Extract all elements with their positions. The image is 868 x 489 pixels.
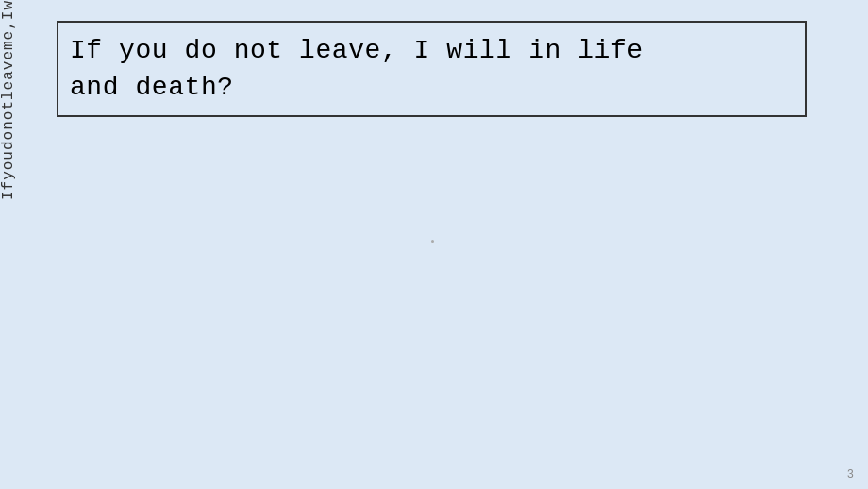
text-line-2: and death? (70, 69, 793, 106)
center-dot (431, 240, 434, 243)
page-container: If you do not leave, I will in life and … (0, 0, 868, 489)
text-box: If you do not leave, I will in life and … (57, 21, 807, 117)
text-line-1: If you do not leave, I will in life (70, 32, 793, 69)
page-number: 3 (847, 468, 854, 481)
vertical-text: Ifyoudonotleaveme,Iw (0, 0, 19, 205)
